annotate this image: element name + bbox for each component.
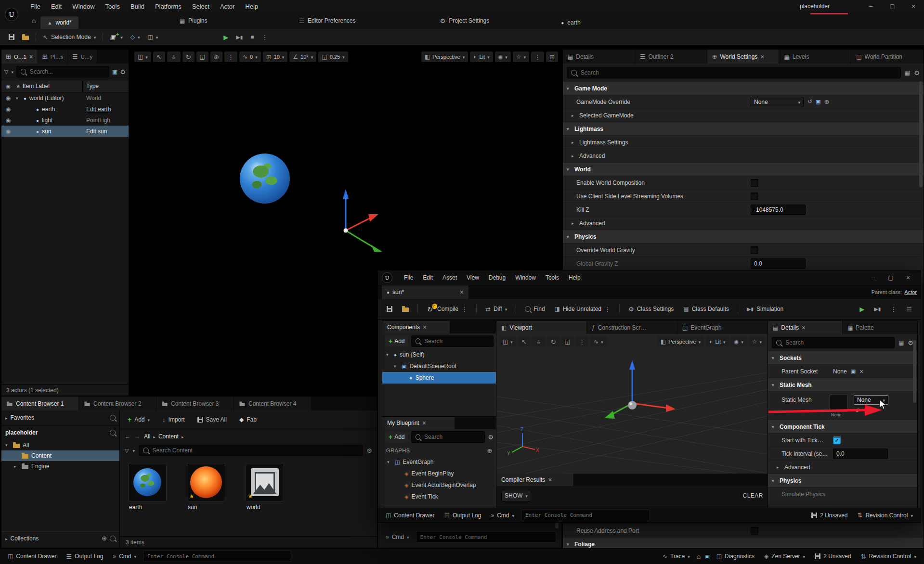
setting-checkbox[interactable] bbox=[751, 246, 758, 254]
outliner-row[interactable]: ◉ sun Edit sun bbox=[1, 126, 129, 137]
graph-row[interactable]: ▾ EventGraph bbox=[382, 456, 496, 468]
content-search-input[interactable] bbox=[152, 447, 359, 454]
scale-tool-button[interactable] bbox=[561, 336, 573, 347]
graph-row[interactable]: Event ActorBeginOverlap bbox=[382, 479, 496, 491]
visibility-eye-icon[interactable]: ◉ bbox=[2, 128, 14, 134]
settings-row[interactable]: Override World Gravity bbox=[563, 244, 924, 257]
toolbar-menu-button[interactable] bbox=[902, 303, 916, 315]
browse-icon[interactable] bbox=[816, 99, 820, 105]
component-row[interactable]: Sphere bbox=[382, 372, 496, 384]
menu-item[interactable]: Platforms bbox=[150, 0, 187, 13]
view-effects-button[interactable] bbox=[513, 51, 529, 62]
components-search-input[interactable] bbox=[423, 337, 489, 345]
plugins-button[interactable]: Plugins bbox=[180, 17, 208, 24]
close-icon[interactable] bbox=[760, 53, 764, 60]
component-row[interactable]: ▾ sun (Self) bbox=[382, 349, 496, 360]
selection-mode-dropdown[interactable]: Selection Mode bbox=[39, 31, 100, 43]
outliner-search-input[interactable] bbox=[29, 68, 105, 76]
visibility-eye-icon[interactable]: ◉ bbox=[2, 95, 14, 101]
outliner-row[interactable]: ◉ ▾ world (Editor) World bbox=[1, 92, 129, 103]
console-command-input[interactable] bbox=[521, 510, 650, 521]
new-asset-icon[interactable] bbox=[824, 99, 829, 105]
asset-item[interactable]: earth bbox=[128, 463, 174, 511]
content-settings-icon[interactable] bbox=[366, 448, 372, 454]
cmd-dropdown[interactable]: Cmd bbox=[383, 531, 412, 543]
transform-gizmo[interactable] bbox=[309, 179, 400, 265]
tab-components[interactable]: Components bbox=[382, 321, 450, 333]
view-effects-button[interactable] bbox=[749, 336, 765, 347]
select-tool-button[interactable] bbox=[153, 51, 165, 62]
scale-snap-button[interactable]: 0.25 bbox=[318, 51, 348, 62]
component-row[interactable]: ▾ DefaultSceneRoot bbox=[382, 360, 496, 372]
bp-details-search-input[interactable] bbox=[784, 339, 890, 346]
play-button[interactable] bbox=[856, 303, 868, 315]
tab-my-blueprint[interactable]: My Blueprint bbox=[382, 417, 455, 429]
expand-arrow-icon[interactable]: ▾ bbox=[387, 460, 392, 464]
lit-dropdown[interactable]: Lit bbox=[706, 336, 729, 347]
display-options-icon[interactable] bbox=[905, 70, 910, 76]
scale-tool-button[interactable] bbox=[196, 51, 208, 62]
browse-content-button[interactable] bbox=[18, 31, 33, 43]
close-button[interactable] bbox=[903, 0, 924, 13]
unsaved-button[interactable]: 2 Unsaved bbox=[808, 510, 850, 521]
bp-transform-gizmo[interactable] bbox=[583, 344, 718, 449]
visibility-column-icon[interactable] bbox=[2, 83, 14, 89]
play-options-button[interactable] bbox=[258, 31, 272, 43]
settings-row[interactable]: Selected GameMode bbox=[563, 109, 924, 122]
search-icon[interactable] bbox=[110, 536, 116, 541]
bp-center-tab[interactable]: Viewport bbox=[496, 321, 587, 334]
snap-options-button[interactable] bbox=[224, 51, 237, 62]
setting-value-field[interactable]: -1048575.0 bbox=[751, 205, 806, 215]
settings-row[interactable]: Advanced bbox=[563, 149, 924, 163]
save-button[interactable] bbox=[383, 303, 396, 315]
tab-outliner-2[interactable]: Outliner 2 bbox=[635, 50, 707, 64]
revision-control-button[interactable]: Revision Control bbox=[855, 510, 916, 521]
folder-tree-row[interactable]: ▾ All bbox=[1, 440, 119, 450]
setting-value-field[interactable]: 0.0 bbox=[751, 258, 806, 269]
gamemode-row-icons[interactable] bbox=[807, 99, 829, 105]
frame-skip-button[interactable] bbox=[232, 31, 247, 43]
maximize-viewport-button[interactable] bbox=[546, 51, 558, 62]
save-all-button[interactable]: Save All bbox=[195, 414, 230, 425]
lit-dropdown[interactable]: Lit bbox=[470, 51, 493, 62]
visibility-eye-icon[interactable]: ◉ bbox=[2, 117, 14, 123]
dock-tab[interactable]: O…1 bbox=[1, 50, 38, 64]
clear-button[interactable]: CLEAR bbox=[742, 492, 763, 499]
revision-control-button[interactable]: Revision Control bbox=[858, 551, 919, 562]
zen-server-button[interactable]: Zen Server bbox=[761, 551, 808, 562]
console-command-input[interactable] bbox=[143, 551, 291, 562]
class-settings-button[interactable]: Class Settings bbox=[625, 303, 677, 315]
chevron-down-icon[interactable] bbox=[11, 69, 13, 75]
close-icon[interactable] bbox=[29, 53, 33, 60]
stop-button[interactable] bbox=[247, 31, 258, 43]
select-tool-button[interactable] bbox=[518, 336, 530, 347]
perspective-dropdown[interactable]: Perspective bbox=[421, 51, 468, 62]
camera-speed-button[interactable]: 0 bbox=[239, 51, 261, 62]
setting-checkbox[interactable] bbox=[833, 436, 841, 444]
menu-item[interactable]: Select bbox=[187, 0, 215, 13]
settings-gear-icon[interactable] bbox=[488, 434, 494, 440]
play-options-button[interactable] bbox=[886, 303, 900, 315]
content-drawer-button[interactable]: Content Drawer bbox=[5, 551, 59, 562]
bp-details-scrollbar[interactable] bbox=[913, 340, 916, 403]
folder-tree-row[interactable]: ▸ Engine bbox=[1, 461, 119, 472]
back-icon[interactable] bbox=[125, 434, 130, 439]
bp-settings-row[interactable]: Physics bbox=[768, 474, 917, 487]
settings-row[interactable]: Lightmass Settings bbox=[563, 136, 924, 149]
add-graph-icon[interactable] bbox=[487, 448, 493, 454]
menu-item[interactable]: Actor bbox=[215, 0, 240, 13]
settings-search-input[interactable] bbox=[580, 69, 897, 77]
bp-center-tab[interactable]: EventGraph bbox=[677, 321, 768, 334]
add-component-button[interactable]: Add bbox=[385, 336, 408, 346]
unreal-logo-icon[interactable] bbox=[5, 8, 18, 21]
bp-center-tab[interactable]: Construction Scr… bbox=[587, 321, 677, 334]
project-header[interactable]: placeholder bbox=[1, 425, 119, 440]
settings-row[interactable]: Lightmass bbox=[563, 122, 924, 136]
setting-checkbox[interactable] bbox=[751, 192, 758, 200]
filter-icon[interactable] bbox=[125, 448, 129, 453]
menu-item[interactable]: Edit bbox=[46, 0, 67, 13]
expand-arrow-icon[interactable]: ▾ bbox=[16, 96, 21, 101]
menu-item[interactable]: Help bbox=[240, 0, 263, 13]
settings-scrollbar[interactable] bbox=[919, 81, 923, 187]
fab-button[interactable]: Fab bbox=[236, 414, 260, 425]
